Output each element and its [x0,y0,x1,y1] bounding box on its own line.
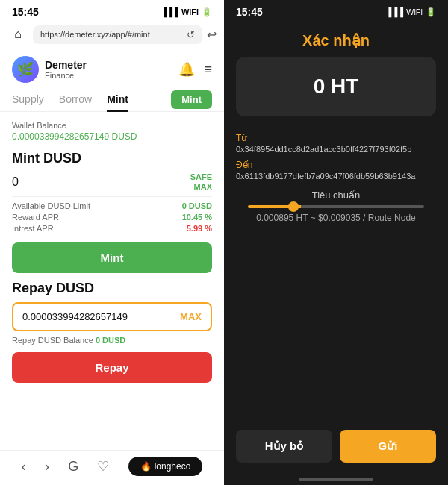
bottom-nav: ‹ › G ♡ 🔥 longheco [0,450,224,485]
app-header: 🌿 Demeter Finance 🔔 ≡ [0,48,224,87]
flame-label: longheco [155,461,191,472]
amount-box: 0 HT [236,57,436,116]
nav-tabs: Supply Borrow Mint Mint [0,87,224,112]
mint-button[interactable]: Mint [12,242,212,273]
signal-icon-right: ▐▐▐ [386,7,403,16]
right-panel: 15:45 ▐▐▐ WiFi 🔋 Xác nhận 0 HT Từ 0x34f8… [224,0,448,485]
fee-amount-row: 0.000895 HT ~ $0.009035 / Route Node [236,213,436,223]
url-bar[interactable]: https://demeter.xyz/app/#/mint ↺ [33,25,202,44]
repay-input-value[interactable]: 0.000033994282657149 [22,311,128,322]
heart-icon: ♡ [97,458,109,475]
left-panel: 15:45 ▐▐▐ WiFi 🔋 ⌂ https://demeter.xyz/a… [0,0,224,485]
fee-standard-row: Tiêu chuẩn [236,190,436,201]
url-text: https://demeter.xyz/app/#/mint [40,30,184,39]
wallet-balance-label: Wallet Balance [12,121,212,130]
status-icons-right: ▐▐▐ WiFi 🔋 [386,7,436,17]
google-icon: G [68,459,78,475]
safe-max-label[interactable]: SAFE MAX [190,172,212,192]
reward-apr-row: Reward APR 10.45 % [12,213,212,222]
repay-max-label[interactable]: MAX [180,311,202,322]
status-bar-left: 15:45 ▐▐▐ WiFi 🔋 [0,0,224,21]
home-button[interactable]: ⌂ [7,24,28,45]
repay-input-box[interactable]: 0.000033994282657149 MAX [12,302,212,331]
nav-heart-button[interactable]: ♡ [97,458,109,475]
mint-nav-button[interactable]: Mint [171,90,212,109]
intrest-apr-row: Intrest APR 5.99 % [12,224,212,233]
address-bar: ⌂ https://demeter.xyz/app/#/mint ↺ ↩ [0,21,224,48]
available-dusd-row: Available DUSD Limit 0 DUSD [12,201,212,210]
wallet-balance-value: 0.000033994282657149 DUSD [12,131,212,142]
action-buttons: Hủy bỏ Gửi [224,422,448,478]
app-title-area: Demeter Finance [45,59,87,81]
from-label: Từ [236,133,436,143]
flame-icon: 🔥 [140,461,152,472]
bottom-indicator [224,478,448,485]
status-bar-right: 15:45 ▐▐▐ WiFi 🔋 [224,0,448,21]
confirm-title: Xác nhận [224,21,448,57]
page-back-icon[interactable]: ↩ [207,28,217,42]
divider-1 [12,196,212,197]
nav-back-icon: ‹ [22,459,26,475]
signal-icon-left: ▐▐▐ [161,7,178,16]
nav-flame-button[interactable]: 🔥 longheco [128,457,203,476]
repay-balance-row: Repay DUSD Balance 0 DUSD [12,336,212,345]
wifi-icon-left: WiFi [181,7,199,16]
repay-section-title: Repay DUSD [12,281,212,296]
mint-input-value[interactable]: 0 [12,175,19,189]
send-button[interactable]: Gửi [340,430,436,463]
home-icon: ⌂ [14,28,22,41]
nav-google-button[interactable]: G [68,459,78,475]
from-address: 0x34f8954dd1cc8d2ad1acc3b0ff4227f793f02f… [236,145,436,154]
battery-icon-right: 🔋 [426,7,436,17]
header-icons: 🔔 ≡ [178,61,212,78]
bell-icon[interactable]: 🔔 [178,61,195,78]
to-label: Đến [236,160,436,170]
tab-mint[interactable]: Mint [107,87,128,111]
fee-slider[interactable] [248,205,424,208]
mint-section-title: Mint DUSD [12,151,212,166]
nav-forward-button[interactable]: › [45,459,49,475]
cancel-button[interactable]: Hủy bỏ [236,430,332,463]
to-address: 0x6113fdb9177dfefb7a09c47f06fdb59b63b914… [236,172,436,181]
fee-slider-dot [288,201,299,212]
logo-area: 🌿 Demeter Finance [12,56,87,83]
indicator-bar [299,478,373,481]
logo-circle: 🌿 [12,56,39,83]
status-icons-left: ▐▐▐ WiFi 🔋 [161,7,212,17]
nav-back-button[interactable]: ‹ [22,459,26,475]
repay-button[interactable]: Repay [12,352,212,383]
amount-value: 0 HT [254,75,418,98]
status-time-right: 15:45 [236,6,263,18]
logo-icon: 🌿 [17,61,34,78]
app-name: Demeter [45,59,87,72]
wifi-icon-right: WiFi [406,7,423,16]
fee-slider-row [236,205,436,208]
status-time-left: 15:45 [12,6,39,18]
mint-input-row: 0 SAFE MAX [12,172,212,192]
tab-supply[interactable]: Supply [12,87,44,111]
tab-borrow[interactable]: Borrow [59,87,92,111]
app-subtitle: Finance [45,71,87,80]
menu-icon[interactable]: ≡ [204,62,212,78]
reload-icon[interactable]: ↺ [187,29,195,40]
left-content: Wallet Balance 0.000033994282657149 DUSD… [0,112,224,450]
fee-standard-label: Tiêu chuẩn [312,190,361,201]
nav-forward-icon: › [45,459,49,475]
battery-icon-left: 🔋 [202,7,212,17]
tx-details: Từ 0x34f8954dd1cc8d2ad1acc3b0ff4227f793f… [224,127,448,422]
